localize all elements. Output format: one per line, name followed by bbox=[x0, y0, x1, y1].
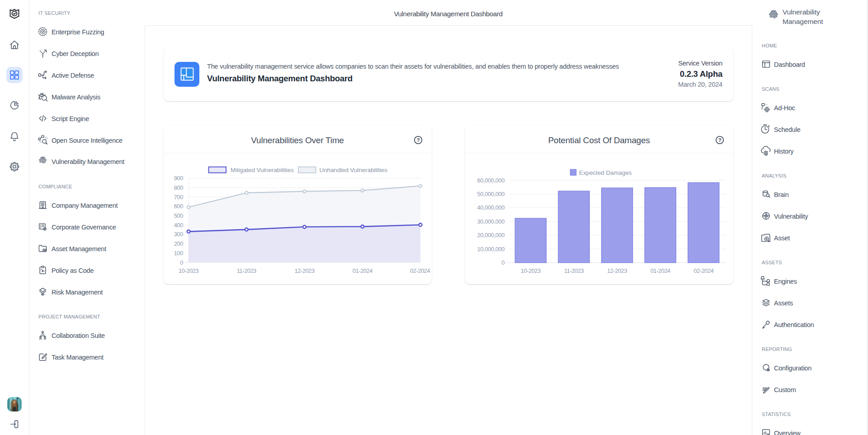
svg-text:12-2023: 12-2023 bbox=[607, 267, 627, 274]
svg-text:50,000,000: 50,000,000 bbox=[477, 191, 505, 197]
svg-text:02-2024: 02-2024 bbox=[410, 267, 430, 274]
svg-text:20,000,000: 20,000,000 bbox=[477, 232, 505, 239]
svg-text:700: 700 bbox=[174, 194, 183, 201]
svg-text:0: 0 bbox=[501, 259, 505, 266]
svg-text:11-2023: 11-2023 bbox=[237, 267, 256, 274]
svg-text:100: 100 bbox=[174, 250, 183, 257]
svg-text:Potential Cost Of Damages: Potential Cost Of Damages bbox=[548, 136, 650, 145]
svg-text:900: 900 bbox=[174, 175, 183, 182]
svg-text:10-2023: 10-2023 bbox=[179, 267, 198, 274]
svg-text:Vulnerabilities Over Time: Vulnerabilities Over Time bbox=[251, 136, 344, 145]
svg-text:40,000,000: 40,000,000 bbox=[477, 204, 505, 211]
svg-text:Unhandled Vulnerabilities: Unhandled Vulnerabilities bbox=[320, 167, 387, 173]
svg-text:01-2024: 01-2024 bbox=[650, 267, 670, 274]
svg-text:Mitigated Vulnerabilities: Mitigated Vulnerabilities bbox=[231, 167, 294, 173]
svg-text:0: 0 bbox=[180, 259, 183, 266]
svg-text:800: 800 bbox=[174, 184, 183, 191]
svg-text:60,000,000: 60,000,000 bbox=[477, 177, 505, 184]
svg-text:11-2023: 11-2023 bbox=[564, 267, 583, 274]
svg-text:01-2024: 01-2024 bbox=[353, 267, 373, 274]
svg-text:600: 600 bbox=[174, 203, 183, 210]
svg-text:500: 500 bbox=[174, 212, 183, 219]
svg-text:30,000,000: 30,000,000 bbox=[477, 218, 505, 225]
svg-text:12-2023: 12-2023 bbox=[295, 267, 315, 274]
svg-text:?: ? bbox=[718, 137, 721, 143]
svg-text:02-2024: 02-2024 bbox=[693, 267, 713, 274]
svg-text:Expected Damages: Expected Damages bbox=[579, 169, 632, 176]
svg-text:10-2023: 10-2023 bbox=[520, 267, 540, 274]
svg-text:400: 400 bbox=[174, 222, 183, 229]
svg-text:10,000,000: 10,000,000 bbox=[477, 246, 505, 253]
svg-text:200: 200 bbox=[174, 240, 183, 247]
svg-text:300: 300 bbox=[174, 231, 183, 238]
svg-text:?: ? bbox=[416, 137, 420, 143]
